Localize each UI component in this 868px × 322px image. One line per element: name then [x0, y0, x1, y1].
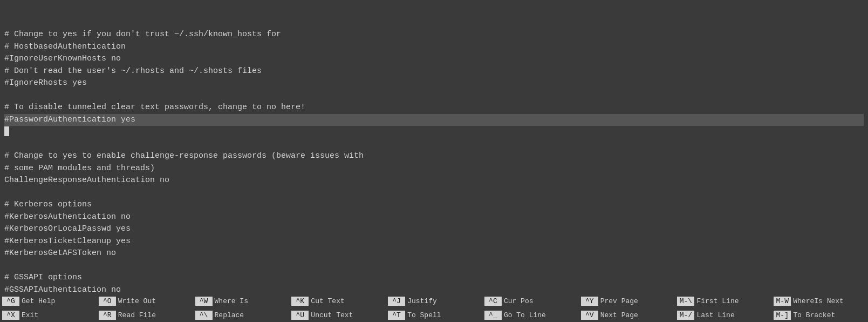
- shortcut-label: Write Out: [118, 297, 156, 305]
- shortcut-item[interactable]: ^XExit: [0, 308, 97, 322]
- editor-line: # Don't read the user's ~/.rhosts and ~/…: [4, 65, 864, 78]
- shortcut-item[interactable]: ^_Go To Line: [482, 308, 579, 322]
- shortcut-key: ^X: [2, 311, 19, 320]
- shortcut-label: WhereIs Next: [793, 297, 844, 305]
- shortcut-label: Read File: [118, 311, 156, 319]
- editor-line: [4, 90, 864, 102]
- shortcut-label: First Line: [696, 297, 739, 305]
- shortcut-key: ^C: [484, 297, 502, 306]
- shortcut-item[interactable]: M-]To Bracket: [771, 308, 868, 322]
- shortcut-item[interactable]: ^WWhere Is: [193, 294, 290, 308]
- editor-line: [4, 126, 864, 138]
- shortcut-row-2: ^XExit^RRead File^\Replace^UUncut Text^T…: [0, 308, 868, 322]
- shortcut-label: Exit: [22, 311, 38, 319]
- shortcut-label: Go To Line: [504, 311, 546, 319]
- editor-line: [4, 187, 864, 199]
- shortcut-item[interactable]: M-WWhereIs Next: [771, 294, 868, 308]
- terminal: # Change to yes if you don't trust ~/.ss…: [0, 0, 868, 322]
- editor-line: ChallengeResponseAuthentication no: [4, 175, 864, 187]
- shortcut-key: M-W: [774, 297, 791, 306]
- editor-area[interactable]: # Change to yes if you don't trust ~/.ss…: [0, 2, 868, 294]
- editor-line: # Change to yes if you don't trust ~/.ss…: [4, 29, 864, 41]
- status-bar: ^GGet Help^OWrite Out^WWhere Is^KCut Tex…: [0, 294, 868, 322]
- shortcut-key: ^_: [484, 311, 502, 320]
- editor-line: # GSSAPI options: [4, 272, 864, 284]
- shortcut-item[interactable]: ^RRead File: [97, 308, 193, 322]
- shortcut-item[interactable]: ^UUncut Text: [289, 308, 386, 322]
- shortcut-key: ^Y: [581, 297, 598, 306]
- shortcut-label: Where Is: [215, 297, 248, 305]
- editor-line: # HostbasedAuthentication: [4, 41, 864, 53]
- shortcut-item[interactable]: ^GGet Help: [0, 294, 97, 308]
- shortcut-label: Last Line: [696, 311, 734, 319]
- editor-line: # some PAM modules and threads): [4, 163, 864, 175]
- shortcut-row-1: ^GGet Help^OWrite Out^WWhere Is^KCut Tex…: [0, 294, 868, 308]
- shortcut-key: ^O: [99, 297, 116, 306]
- shortcut-key: ^J: [388, 297, 405, 306]
- shortcut-key: ^\: [195, 311, 213, 320]
- editor-line: #KerberosAuthentication no: [4, 211, 864, 224]
- cursor: [4, 126, 9, 136]
- shortcut-item[interactable]: ^JJustify: [386, 294, 482, 308]
- shortcut-label: Cur Pos: [504, 297, 534, 305]
- shortcut-label: Replace: [215, 311, 244, 319]
- shortcut-item[interactable]: ^YPrev Page: [579, 294, 675, 308]
- shortcut-item[interactable]: ^KCut Text: [289, 294, 386, 308]
- editor-line: #KerberosOrLocalPasswd yes: [4, 223, 864, 236]
- editor-line: #IgnoreUserKnownHosts no: [4, 53, 864, 65]
- shortcut-key: ^V: [581, 311, 598, 320]
- shortcut-key: ^T: [388, 311, 405, 320]
- shortcut-label: To Spell: [407, 311, 441, 319]
- shortcut-key: ^R: [99, 311, 116, 320]
- shortcut-item[interactable]: M-/Last Line: [675, 308, 771, 322]
- shortcut-item[interactable]: ^\Replace: [193, 308, 290, 322]
- editor-line: #PasswordAuthentication yes: [4, 114, 864, 126]
- editor-line: # Kerberos options: [4, 199, 864, 211]
- shortcut-label: Prev Page: [600, 297, 638, 305]
- editor-line: # To disable tunneled clear text passwor…: [4, 102, 864, 114]
- editor-line: #KerberosGetAFSToken no: [4, 247, 864, 260]
- shortcut-item[interactable]: M-\First Line: [675, 294, 771, 308]
- shortcut-key: M-]: [774, 311, 791, 320]
- shortcut-key: M-\: [677, 297, 694, 306]
- editor-line: #GSSAPIAuthentication no: [4, 284, 864, 294]
- shortcut-label: Cut Text: [311, 297, 344, 305]
- shortcut-label: To Bracket: [793, 311, 835, 319]
- shortcut-key: ^G: [2, 297, 19, 306]
- shortcut-item[interactable]: ^TTo Spell: [386, 308, 482, 322]
- shortcut-item[interactable]: ^OWrite Out: [97, 294, 193, 308]
- shortcut-key: ^W: [195, 297, 213, 306]
- editor-line: #IgnoreRhosts yes: [4, 77, 864, 90]
- shortcut-label: Get Help: [22, 297, 55, 305]
- shortcut-key: ^U: [291, 311, 309, 320]
- editor-line: [4, 138, 864, 151]
- shortcut-label: Justify: [407, 297, 437, 305]
- shortcut-item[interactable]: ^CCur Pos: [482, 294, 579, 308]
- editor-line: # Change to yes to enable challenge-resp…: [4, 150, 864, 163]
- shortcut-key: ^K: [291, 297, 309, 306]
- shortcut-label: Next Page: [600, 311, 638, 319]
- editor-line: #KerberosTicketCleanup yes: [4, 236, 864, 248]
- shortcut-key: M-/: [677, 311, 694, 320]
- shortcut-label: Uncut Text: [311, 311, 353, 319]
- editor-line: [4, 260, 864, 272]
- shortcut-item[interactable]: ^VNext Page: [579, 308, 675, 322]
